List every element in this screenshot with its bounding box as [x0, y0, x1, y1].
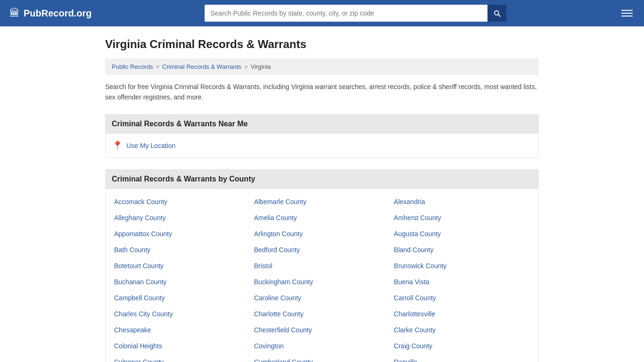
county-link[interactable]: Appomattox County — [112, 226, 252, 242]
county-link[interactable]: Craig County — [392, 338, 532, 354]
breadcrumb-criminal-records[interactable]: Criminal Records & Warrants — [162, 63, 241, 70]
county-link[interactable]: Alleghany County — [112, 210, 252, 226]
breadcrumb-public-records[interactable]: Public Records — [112, 63, 153, 70]
main-content: Virginia Criminal Records & Warrants Pub… — [96, 26, 548, 362]
county-link[interactable]: Alexandria — [392, 194, 532, 210]
county-link[interactable]: Bristol — [252, 258, 392, 274]
county-link[interactable]: Chesapeake — [112, 322, 252, 338]
county-grid: Accomack CountyAlbemarle CountyAlexandri… — [112, 194, 532, 362]
near-me-section: Criminal Records & Warrants Near Me 📍 Us… — [105, 114, 539, 158]
search-area — [205, 5, 506, 22]
search-icon — [493, 9, 501, 17]
county-link[interactable]: Colonial Heights — [112, 338, 252, 354]
page-description: Search for free Virginia Criminal Record… — [105, 82, 539, 103]
county-link[interactable]: Arlington County — [252, 226, 392, 242]
site-header: 🏛 PubRecord.org — [0, 0, 644, 26]
county-link[interactable]: Danville — [392, 354, 532, 362]
breadcrumb-sep-2: > — [244, 63, 248, 70]
menu-bar-top — [621, 10, 633, 11]
county-link[interactable]: Covington — [252, 338, 392, 354]
menu-button[interactable] — [619, 8, 635, 18]
search-button[interactable] — [487, 5, 506, 22]
county-link[interactable]: Charlotte County — [252, 306, 392, 322]
menu-bar-mid — [621, 13, 633, 14]
logo-area[interactable]: 🏛 PubRecord.org — [9, 7, 91, 19]
county-link[interactable]: Amelia County — [252, 210, 392, 226]
county-link[interactable]: Cumberland County — [252, 354, 392, 362]
county-link[interactable]: Campbell County — [112, 290, 252, 306]
county-link[interactable]: Bedford County — [252, 242, 392, 258]
location-icon: 📍 — [112, 140, 123, 151]
breadcrumb-current: Virginia — [250, 63, 271, 70]
county-list-body: Accomack CountyAlbemarle CountyAlexandri… — [105, 189, 539, 362]
county-link[interactable]: Buckingham County — [252, 274, 392, 290]
county-link[interactable]: Augusta County — [392, 226, 532, 242]
county-link[interactable]: Accomack County — [112, 194, 252, 210]
menu-bar-bot — [621, 16, 633, 16]
county-link[interactable]: Charlottesville — [392, 306, 532, 322]
page-title: Virginia Criminal Records & Warrants — [105, 38, 539, 51]
county-link[interactable]: Bath County — [112, 242, 252, 258]
use-location-link[interactable]: Use My Location — [126, 142, 175, 149]
county-link[interactable]: Charles City County — [112, 306, 252, 322]
search-input[interactable] — [205, 5, 487, 22]
county-link[interactable]: Buchanan County — [112, 274, 252, 290]
county-link[interactable]: Amherst County — [392, 210, 532, 226]
county-link[interactable]: Chesterfield County — [252, 322, 392, 338]
county-link[interactable]: Carroll County — [392, 290, 532, 306]
breadcrumb: Public Records > Criminal Records & Warr… — [105, 58, 539, 75]
logo-text: PubRecord.org — [24, 8, 91, 19]
breadcrumb-sep-1: > — [156, 63, 159, 70]
near-me-body: 📍 Use My Location — [105, 134, 539, 158]
county-link[interactable]: Botetourt County — [112, 258, 252, 274]
county-section-header: Criminal Records & Warrants by County — [105, 169, 539, 189]
logo-icon: 🏛 — [9, 7, 20, 19]
county-link[interactable]: Buena Vista — [392, 274, 532, 290]
near-me-header: Criminal Records & Warrants Near Me — [105, 114, 539, 134]
county-section: Criminal Records & Warrants by County Ac… — [105, 169, 539, 362]
county-link[interactable]: Culpeper County — [112, 354, 252, 362]
county-link[interactable]: Caroline County — [252, 290, 392, 306]
county-link[interactable]: Albemarle County — [252, 194, 392, 210]
county-link[interactable]: Bland County — [392, 242, 532, 258]
county-link[interactable]: Clarke County — [392, 322, 532, 338]
county-link[interactable]: Brunswick County — [392, 258, 532, 274]
